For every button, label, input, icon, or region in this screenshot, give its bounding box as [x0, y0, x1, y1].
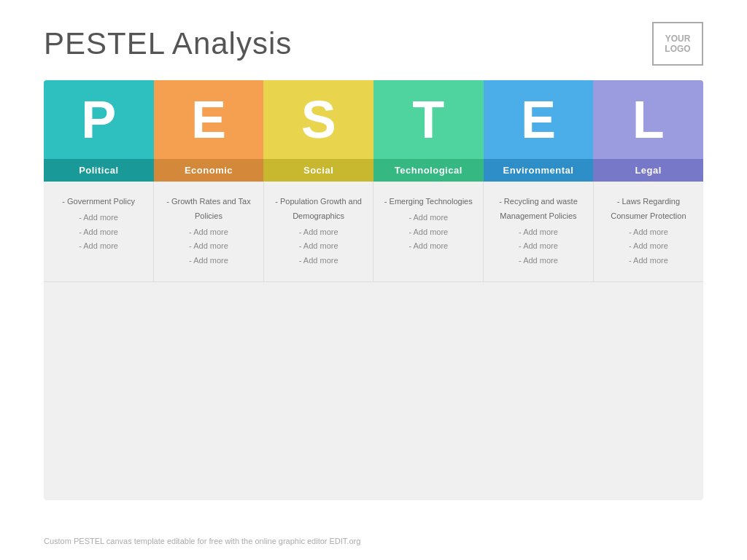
content-political: - Government Policy - Add more - Add mor…	[44, 182, 154, 281]
pestel-table: P E S T E L Political Economic Social Te…	[44, 80, 703, 500]
tech-item-1: - Emerging Technologies	[382, 195, 474, 209]
label-environmental: Environmental	[484, 159, 594, 182]
economic-item-3: - Add more	[163, 239, 255, 254]
social-item-4: - Add more	[273, 254, 365, 268]
footer-note: Custom PESTEL canvas template editable f…	[44, 537, 360, 545]
political-item-2: - Add more	[53, 211, 144, 225]
content-legal: - Laws Regarding Consumer Protection - A…	[593, 182, 703, 281]
env-item-1: - Recycling and waste Management Policie…	[492, 195, 584, 224]
letter-e1: E	[154, 80, 264, 159]
political-item-4: - Add more	[53, 239, 144, 254]
political-item-1: - Government Policy	[53, 195, 144, 209]
economic-item-4: - Add more	[163, 254, 255, 268]
letter-e2: E	[484, 80, 594, 159]
letter-row: P E S T E L	[44, 80, 703, 159]
empty-row	[44, 281, 703, 500]
legal-item-4: - Add more	[603, 254, 694, 268]
social-item-1: - Population Growth and Demographics	[273, 195, 365, 224]
social-item-3: - Add more	[273, 239, 365, 254]
env-item-3: - Add more	[492, 239, 584, 254]
letter-s: S	[263, 80, 374, 159]
page-title: PESTEL Analysis	[44, 26, 292, 61]
economic-item-1: - Growth Rates and Tax Policies	[163, 195, 255, 224]
content-economic: - Growth Rates and Tax Policies - Add mo…	[154, 182, 264, 281]
tech-item-4: - Add more	[382, 239, 474, 254]
env-item-4: - Add more	[492, 254, 584, 268]
label-social: Social	[263, 159, 374, 182]
label-row: Political Economic Social Technological …	[44, 159, 703, 182]
logo-placeholder: YOURLOGO	[652, 22, 703, 66]
page: PESTEL Analysis YOURLOGO P E S T E L Pol…	[0, 0, 747, 560]
legal-item-2: - Add more	[603, 225, 694, 240]
tech-item-2: - Add more	[382, 211, 474, 225]
political-item-3: - Add more	[53, 225, 144, 240]
letter-t: T	[374, 80, 484, 159]
label-technological: Technological	[374, 159, 484, 182]
economic-item-2: - Add more	[163, 225, 255, 240]
env-item-2: - Add more	[492, 225, 584, 240]
content-technological: - Emerging Technologies - Add more - Add…	[374, 182, 484, 281]
content-row: - Government Policy - Add more - Add mor…	[44, 182, 703, 281]
social-item-2: - Add more	[273, 225, 365, 240]
legal-item-3: - Add more	[603, 239, 694, 254]
logo-text: YOURLOGO	[665, 34, 690, 55]
content-environmental: - Recycling and waste Management Policie…	[484, 182, 594, 281]
header: PESTEL Analysis YOURLOGO	[0, 0, 747, 80]
legal-item-1: - Laws Regarding Consumer Protection	[603, 195, 694, 224]
label-political: Political	[44, 159, 154, 182]
label-economic: Economic	[154, 159, 264, 182]
letter-p: P	[44, 80, 154, 159]
content-social: - Population Growth and Demographics - A…	[263, 182, 374, 281]
tech-item-3: - Add more	[382, 225, 474, 240]
label-legal: Legal	[593, 159, 703, 182]
pestel-container: P E S T E L Political Economic Social Te…	[44, 80, 703, 500]
letter-l: L	[593, 80, 703, 159]
